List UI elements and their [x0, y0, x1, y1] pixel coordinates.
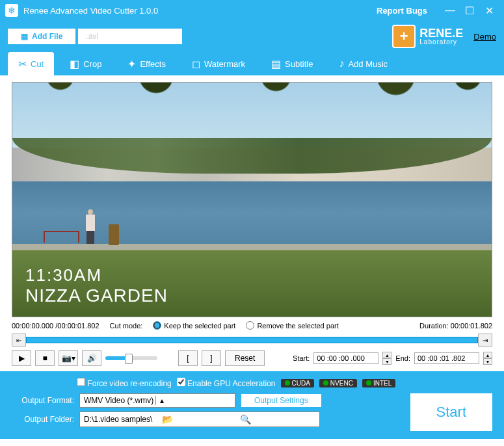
tab-crop-label: Crop [83, 59, 101, 69]
tab-watermark[interactable]: ◻Watermark [181, 52, 256, 75]
cutmode-label: Cut mode: [110, 322, 143, 330]
force-reencode-checkbox[interactable]: Force video re-encoding [77, 378, 172, 388]
minimize-button[interactable]: — [440, 5, 460, 16]
output-folder-row: Output Folder: D:\1.video samples\ 📂 🔍 [12, 412, 403, 427]
logo-main: RENE.E [419, 27, 463, 39]
report-bugs-link[interactable]: Report Bugs [377, 6, 427, 16]
chevron-up-icon[interactable]: ▴ [155, 396, 232, 405]
time-position: 00:00:00.000 /00:00:01.802 [12, 322, 99, 330]
play-button[interactable]: ▶ [12, 350, 31, 366]
subheader: ▦ Add File .avi + RENE.E Laboratory Demo [0, 21, 504, 52]
mark-in-button[interactable]: [ [178, 350, 198, 366]
output-folder-label: Output Folder: [12, 415, 74, 424]
intel-badge: INTEL [362, 379, 395, 387]
stop-button[interactable]: ■ [35, 350, 55, 366]
tab-subtitle-label: Subtitle [285, 59, 313, 69]
radio-keep-input[interactable] [153, 321, 161, 330]
start-time-spinner[interactable]: ▲▼ [382, 352, 391, 365]
demo-link[interactable]: Demo [473, 32, 496, 42]
end-time-input[interactable] [414, 352, 479, 364]
radio-keep-label: Keep the selected part [164, 322, 235, 330]
music-icon: ♪ [339, 58, 344, 70]
crop-icon: ◧ [70, 58, 79, 70]
browse-icon[interactable]: 🔍 [240, 414, 315, 425]
snapshot-button[interactable]: 📷▾ [59, 350, 78, 366]
subtitle-icon: ▤ [271, 58, 281, 70]
tab-subtitle[interactable]: ▤Subtitle [261, 52, 323, 75]
info-row: 00:00:00.000 /00:00:01.802 Cut mode: Kee… [12, 317, 492, 332]
output-folder-value: D:\1.video samples\ [84, 415, 159, 424]
playback-controls: ▶ ■ 📷▾ 🔊 [ ] Reset Start: ▲▼ End: ▲▼ [12, 350, 492, 366]
tab-cut[interactable]: ✂Cut [8, 52, 54, 75]
video-overlay-text: 11:30AM NIZZA GARDEN [25, 265, 168, 306]
gpu-accel-label: Enable GPU Acceleration [187, 379, 275, 388]
logo-sub: Laboratory [419, 39, 463, 46]
plus-icon: ▦ [21, 32, 28, 41]
start-time-label: Start: [293, 354, 310, 362]
gpu-accel-checkbox[interactable]: Enable GPU Acceleration [177, 378, 276, 388]
tabs: ✂Cut ◧Crop ✦Effects ◻Watermark ▤Subtitle… [0, 52, 504, 75]
radio-remove-part[interactable]: Remove the selected part [246, 321, 338, 330]
start-button[interactable]: Start [410, 393, 492, 431]
force-reencode-input[interactable] [77, 378, 85, 386]
timeline-track[interactable] [26, 337, 478, 343]
output-settings-button[interactable]: Output Settings [241, 393, 322, 408]
end-time-spinner[interactable]: ▲▼ [483, 352, 492, 365]
scissors-icon: ✂ [18, 58, 27, 70]
duration-label: Duration: 00:00:01.802 [419, 322, 492, 330]
nvenc-badge: NVENC [319, 379, 357, 387]
app-icon: ❄ [5, 4, 18, 17]
wand-icon: ✦ [127, 58, 136, 70]
radio-keep-part[interactable]: Keep the selected part [153, 321, 235, 330]
overlay-time: 11:30AM [25, 265, 168, 285]
timeline-end-handle[interactable]: ⇥ [478, 334, 492, 347]
timeline-start-handle[interactable]: ⇤ [12, 334, 26, 347]
maximize-button[interactable]: ☐ [460, 5, 479, 17]
tab-crop[interactable]: ◧Crop [59, 52, 112, 75]
workspace: 11:30AM NIZZA GARDEN 00:00:00.000 /00:00… [0, 75, 504, 371]
radio-remove-input[interactable] [246, 321, 254, 330]
output-folder-input[interactable]: D:\1.video samples\ 📂 🔍 [79, 412, 320, 427]
tab-effects[interactable]: ✦Effects [117, 52, 176, 75]
mark-out-button[interactable]: ] [202, 350, 221, 366]
output-format-row: Output Format: WMV Video (*.wmv) ▴ Outpu… [12, 393, 403, 408]
watermark-icon: ◻ [192, 58, 200, 70]
volume-button[interactable]: 🔊 [82, 350, 101, 366]
volume-slider[interactable] [105, 356, 157, 360]
output-format-label: Output Format: [12, 396, 74, 405]
open-folder-icon[interactable]: 📂 [162, 414, 237, 425]
radio-remove-label: Remove the selected part [257, 322, 338, 330]
output-format-value: WMV Video (*.wmv) [84, 396, 155, 405]
brand-logo: + RENE.E Laboratory Demo [392, 25, 496, 48]
tab-effects-label: Effects [140, 59, 166, 69]
cuda-badge: CUDA [281, 379, 314, 387]
close-button[interactable]: ✕ [479, 5, 499, 17]
tab-cut-label: Cut [31, 59, 44, 69]
footer: Force video re-encoding Enable GPU Accel… [0, 371, 504, 439]
video-preview[interactable]: 11:30AM NIZZA GARDEN [12, 82, 492, 317]
logo-badge-icon: + [392, 25, 416, 48]
start-time-input[interactable] [313, 352, 378, 364]
tab-add-music[interactable]: ♪Add Music [328, 52, 398, 75]
tab-watermark-label: Watermark [204, 59, 245, 69]
logo-text: RENE.E Laboratory [419, 27, 463, 46]
add-file-label: Add File [32, 32, 62, 41]
encoding-options: Force video re-encoding Enable GPU Accel… [12, 376, 492, 393]
window-title: Renee Advanced Video Cutter 1.0.0 [23, 6, 377, 16]
reset-button[interactable]: Reset [225, 350, 265, 366]
end-time-label: End: [395, 354, 410, 362]
timeline: ⇤ ⇥ [12, 334, 492, 347]
filename-display: .avi [78, 29, 182, 44]
add-file-button[interactable]: ▦ Add File [8, 29, 75, 44]
gpu-accel-input[interactable] [177, 378, 185, 386]
force-reencode-label: Force video re-encoding [87, 379, 171, 388]
titlebar: ❄ Renee Advanced Video Cutter 1.0.0 Repo… [0, 0, 504, 21]
tab-addmusic-label: Add Music [348, 59, 388, 69]
output-format-combo[interactable]: WMV Video (*.wmv) ▴ [79, 393, 235, 408]
overlay-place: NIZZA GARDEN [25, 285, 168, 306]
